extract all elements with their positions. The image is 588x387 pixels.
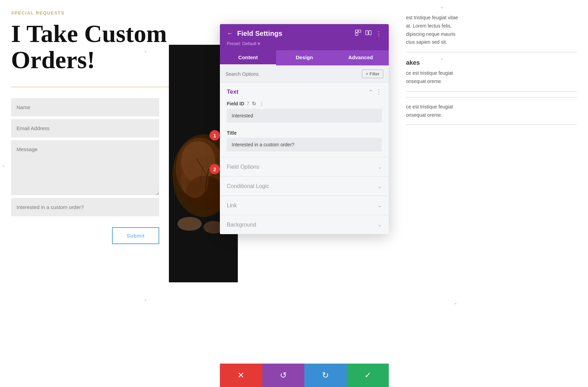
search-row: + Filter xyxy=(220,65,389,83)
field-options-section[interactable]: Field Options ⌄ xyxy=(220,157,389,176)
svg-rect-13 xyxy=(358,30,361,32)
dot-1 xyxy=(145,51,146,52)
right-divider-4 xyxy=(406,125,577,125)
tab-advanced[interactable]: Advanced xyxy=(333,50,389,65)
main-title: I Take Custom Orders! xyxy=(11,21,179,73)
field-id-help-icon[interactable]: ? xyxy=(247,101,249,106)
svg-rect-14 xyxy=(355,33,358,35)
field-id-label: Field ID xyxy=(227,101,244,106)
conditional-logic-chevron: ⌄ xyxy=(377,183,382,189)
fullscreen-icon[interactable] xyxy=(355,30,361,38)
field-id-reset-icon[interactable]: ↻ xyxy=(252,101,256,107)
field-id-more-icon[interactable]: ⋮ xyxy=(259,101,264,107)
svg-rect-16 xyxy=(369,31,371,35)
dot-6 xyxy=(455,303,456,304)
panel-header: ← Field Settings xyxy=(220,24,389,50)
field-id-row: Field ID ? ↻ ⋮ xyxy=(220,98,389,128)
email-input[interactable] xyxy=(11,119,159,137)
dot-4 xyxy=(441,59,443,60)
redo-button[interactable]: ↻ xyxy=(304,364,347,387)
right-text-1: est tristique feugiat vitae at. Lorem le… xyxy=(406,14,577,46)
left-panel: SPECIAL REQUESTS I Take Custom Orders! I… xyxy=(0,0,190,387)
dot-2 xyxy=(3,165,4,167)
columns-icon[interactable] xyxy=(365,30,372,38)
dot-5 xyxy=(145,300,146,301)
background-label: Background xyxy=(227,222,256,228)
title-field-row: Title xyxy=(220,128,389,157)
dot-3 xyxy=(441,7,443,8)
svg-point-6 xyxy=(181,160,209,198)
tab-content[interactable]: Content xyxy=(220,50,276,65)
step-badge-1: 1 xyxy=(210,130,220,140)
svg-point-7 xyxy=(178,217,202,231)
text-section-header: Text ⌃ ⋮ xyxy=(220,83,389,98)
step-badge-2: 2 xyxy=(210,164,220,174)
conditional-logic-section[interactable]: Conditional Logic ⌄ xyxy=(220,176,389,196)
tab-design[interactable]: Design xyxy=(276,50,332,65)
right-heading: akes xyxy=(406,59,577,66)
preset-label[interactable]: Preset: Default ▾ xyxy=(227,41,382,50)
right-divider-3 xyxy=(406,97,577,97)
filter-button[interactable]: + Filter xyxy=(362,70,383,78)
search-options-input[interactable] xyxy=(225,71,359,77)
link-label: Link xyxy=(227,202,237,209)
right-divider-2 xyxy=(406,91,577,92)
text-section-title: Text xyxy=(227,88,239,95)
checkbox-row: Interested in a custom order? xyxy=(11,198,159,216)
text-section-more[interactable]: ⋮ xyxy=(376,88,382,96)
svg-rect-12 xyxy=(355,30,358,32)
submit-button[interactable]: Submit xyxy=(112,227,159,244)
background-section[interactable]: Background ⌄ xyxy=(220,215,389,234)
bottom-action-bar: ✕ ↺ ↻ ✓ xyxy=(220,364,389,387)
more-options-icon[interactable]: ⋮ xyxy=(376,30,382,38)
field-options-chevron: ⌄ xyxy=(377,164,382,170)
field-id-input[interactable] xyxy=(227,109,382,123)
conditional-logic-label: Conditional Logic xyxy=(227,183,269,189)
field-options-label: Field Options xyxy=(227,164,259,170)
title-field-input[interactable] xyxy=(227,138,382,151)
link-section[interactable]: Link ⌄ xyxy=(220,196,389,215)
divider xyxy=(11,87,179,87)
save-button[interactable]: ✓ xyxy=(347,364,389,387)
text-section-collapse[interactable]: ⌃ xyxy=(368,89,373,95)
right-text-3: ce est tristique feugiat onsequat oreme. xyxy=(406,103,577,119)
background-chevron: ⌄ xyxy=(377,221,382,228)
right-divider-1 xyxy=(406,52,577,52)
panel-icons: ⋮ xyxy=(355,30,382,38)
back-button[interactable]: ← xyxy=(227,30,233,37)
name-input[interactable] xyxy=(11,98,159,116)
checkbox-label: Interested in a custom order? xyxy=(17,204,84,210)
reset-button[interactable]: ↺ xyxy=(262,364,305,387)
svg-rect-15 xyxy=(366,31,368,35)
message-input[interactable] xyxy=(11,140,159,195)
panel-body: + Filter Text ⌃ ⋮ Field ID ? ↻ ⋮ Title xyxy=(220,65,389,234)
panel-tabs: Content Design Advanced xyxy=(220,50,389,65)
special-requests-label: SPECIAL REQUESTS xyxy=(11,10,179,15)
right-text-2: ce est tristique feugiat onsequat oreme. xyxy=(406,69,577,86)
field-settings-panel: ← Field Settings xyxy=(220,24,389,234)
panel-title: Field Settings xyxy=(237,30,282,38)
link-chevron: ⌄ xyxy=(377,202,382,209)
right-panel: est tristique feugiat vitae at. Lorem le… xyxy=(395,0,588,387)
title-field-label: Title xyxy=(227,130,237,136)
cancel-button[interactable]: ✕ xyxy=(220,364,262,387)
